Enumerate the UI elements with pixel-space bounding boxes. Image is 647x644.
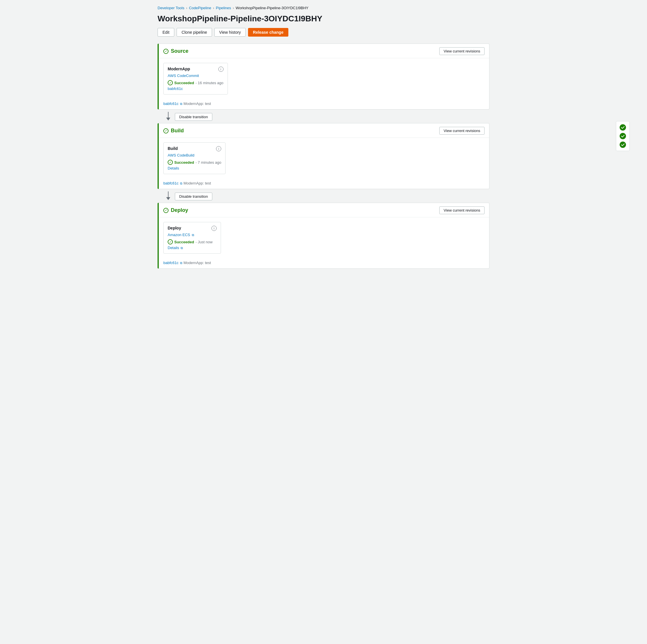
stage-deploy: ✓ Deploy View current revisions Deploy i…: [158, 203, 489, 269]
stage-build-footer: babfc61c ⧉ ModernApp: test: [159, 179, 489, 189]
source-info-icon[interactable]: i: [218, 67, 224, 72]
deploy-footer-commit-link[interactable]: babfc61c: [163, 261, 178, 265]
side-indicator-2: [620, 133, 626, 139]
breadcrumb-sep-1: ›: [186, 6, 187, 10]
stage-deploy-footer: babfc61c ⧉ ModernApp: test: [159, 258, 489, 268]
build-status-time: - 7 minutes ago: [196, 160, 221, 165]
arrow-line-2: [168, 191, 168, 197]
build-provider-link[interactable]: AWS CodeBuild: [168, 153, 221, 157]
deploy-details-link[interactable]: Details ⧉: [168, 246, 217, 250]
stage-deploy-title: Deploy: [171, 207, 188, 213]
build-footer-ext-icon: ⧉: [180, 182, 183, 185]
stage-build-content: Build i AWS CodeBuild ✓ Succeeded - 7 mi…: [159, 138, 489, 179]
deploy-action-header: Deploy i: [168, 226, 217, 231]
source-view-revisions-button[interactable]: View current revisions: [439, 47, 485, 55]
breadcrumb-codepipeline[interactable]: CodePipeline: [189, 6, 211, 10]
deploy-status-time: - Just now: [196, 240, 213, 244]
source-provider-link[interactable]: AWS CodeCommit: [168, 73, 224, 78]
side-check-icon-3: [621, 143, 625, 147]
deploy-action-name: Deploy: [168, 226, 181, 230]
build-action-card: Build i AWS CodeBuild ✓ Succeeded - 7 mi…: [163, 142, 226, 174]
stage-deploy-content: Deploy i Amazon ECS ⧉ ✓ Succeeded - Just…: [159, 217, 489, 258]
build-info-icon[interactable]: i: [216, 146, 221, 151]
build-details-link[interactable]: Details: [168, 166, 221, 170]
breadcrumb: Developer Tools › CodePipeline › Pipelin…: [158, 6, 489, 10]
clone-pipeline-button[interactable]: Clone pipeline: [176, 28, 212, 37]
source-status-text: Succeeded: [174, 81, 194, 85]
build-view-revisions-button[interactable]: View current revisions: [439, 127, 485, 135]
breadcrumb-pipelines[interactable]: Pipelines: [216, 6, 231, 10]
stage-build-title: Build: [171, 128, 184, 134]
view-history-button[interactable]: View history: [214, 28, 246, 37]
breadcrumb-current: WorkshopPipeline-Pipeline-3OIYDC1I9BHY: [236, 6, 308, 10]
release-change-button[interactable]: Release change: [248, 28, 288, 37]
deploy-details-ext-icon: ⧉: [181, 246, 183, 250]
side-check-icon-1: [621, 125, 625, 129]
side-indicator-3: [620, 141, 626, 148]
deploy-action-card: Deploy i Amazon ECS ⧉ ✓ Succeeded - Just…: [163, 222, 221, 254]
build-footer-commit-link[interactable]: babfc61c: [163, 181, 178, 185]
build-status-icon: ✓: [163, 128, 168, 133]
source-action-modernapp: ModernApp i AWS CodeCommit ✓ Succeeded -…: [163, 63, 228, 94]
stage-source-title-group: ✓ Source: [163, 48, 189, 54]
stage-source-header: ✓ Source View current revisions: [159, 44, 489, 58]
side-indicator-1: [620, 124, 626, 131]
arrow-build-deploy: [166, 191, 170, 200]
source-action-status-icon: ✓: [168, 80, 173, 85]
disable-transition-1-button[interactable]: Disable transition: [175, 113, 212, 121]
deploy-status-icon: ✓: [163, 208, 168, 213]
build-footer-text: ModernApp: test: [184, 181, 211, 185]
stage-build-header: ✓ Build View current revisions: [159, 123, 489, 138]
arrow-source-build: [166, 112, 170, 121]
stage-source-title: Source: [171, 48, 189, 54]
pipeline-container: ✓ Source View current revisions ModernAp…: [158, 44, 489, 269]
source-footer-ext-icon: ⧉: [180, 102, 183, 106]
source-status-time: - 16 minutes ago: [196, 81, 224, 85]
build-action-header: Build i: [168, 146, 221, 151]
deploy-info-icon[interactable]: i: [211, 226, 217, 231]
transition-build-deploy: Disable transition: [158, 189, 489, 203]
deploy-status-text: Succeeded: [174, 240, 194, 244]
action-bar: Edit Clone pipeline View history Release…: [158, 28, 489, 37]
stage-build-title-group: ✓ Build: [163, 128, 184, 134]
build-action-name: Build: [168, 146, 178, 151]
source-action-name: ModernApp: [168, 67, 190, 71]
breadcrumb-sep-3: ›: [233, 6, 234, 10]
build-status-text: Succeeded: [174, 160, 194, 165]
deploy-footer-ext-icon: ⧉: [180, 261, 183, 265]
build-action-status-icon: ✓: [168, 160, 173, 165]
source-action-header: ModernApp i: [168, 67, 224, 72]
arrow-head-2: [166, 197, 170, 200]
deploy-action-status-icon: ✓: [168, 239, 173, 245]
page-title: WorkshopPipeline-Pipeline-3OIYDC1I9BHY: [158, 14, 489, 23]
source-status-icon: ✓: [163, 49, 168, 54]
deploy-provider-ext-icon: ⧉: [192, 233, 194, 237]
transition-source-build: Disable transition: [158, 110, 489, 123]
side-panel: [616, 121, 630, 151]
stage-build: ✓ Build View current revisions Build i A…: [158, 123, 489, 189]
stage-source: ✓ Source View current revisions ModernAp…: [158, 44, 489, 110]
deploy-footer-text: ModernApp: test: [184, 261, 211, 265]
deploy-provider-link[interactable]: Amazon ECS ⧉: [168, 233, 217, 237]
arrow-head-1: [166, 118, 170, 121]
edit-button[interactable]: Edit: [158, 28, 174, 37]
source-footer-text: ModernApp: test: [184, 102, 211, 106]
arrow-line-1: [168, 112, 168, 118]
source-footer-commit-link[interactable]: babfc61c: [163, 102, 178, 106]
breadcrumb-developer-tools[interactable]: Developer Tools: [158, 6, 185, 10]
stage-source-footer: babfc61c ⧉ ModernApp: test: [159, 99, 489, 109]
deploy-action-status: ✓ Succeeded - Just now: [168, 239, 217, 245]
stage-deploy-header: ✓ Deploy View current revisions: [159, 203, 489, 217]
disable-transition-2-button[interactable]: Disable transition: [175, 193, 212, 200]
deploy-view-revisions-button[interactable]: View current revisions: [439, 206, 485, 214]
source-action-status: ✓ Succeeded - 16 minutes ago: [168, 80, 224, 85]
breadcrumb-sep-2: ›: [213, 6, 214, 10]
source-commit-link[interactable]: babfc61c: [168, 86, 224, 91]
side-check-icon-2: [621, 134, 625, 138]
build-action-status: ✓ Succeeded - 7 minutes ago: [168, 160, 221, 165]
stage-source-content: ModernApp i AWS CodeCommit ✓ Succeeded -…: [159, 58, 489, 99]
stage-deploy-title-group: ✓ Deploy: [163, 207, 188, 213]
